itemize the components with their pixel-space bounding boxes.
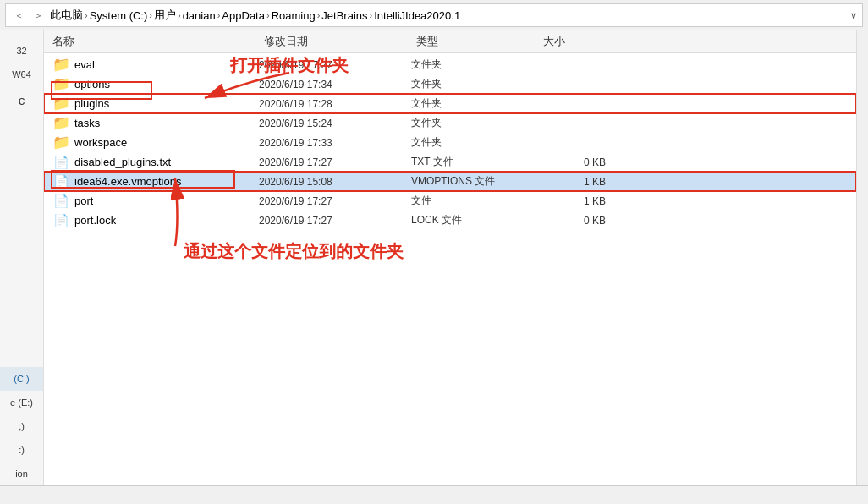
file-type-cell: 文件夹: [411, 135, 538, 150]
sidebar-item-smiley[interactable]: ;): [0, 414, 43, 438]
sep-3: ›: [178, 10, 181, 20]
col-header-size[interactable]: 大小: [543, 34, 611, 49]
main-area: 32 W64 є (C:) е (E:) ;) :) ion 名称 修改日期 类…: [0, 30, 868, 485]
table-row[interactable]: 📄port.lock2020/6/19 17:27LOCK 文件0 KB: [44, 211, 856, 230]
sep-1: ›: [85, 10, 88, 20]
folder-icon: 📁: [52, 58, 69, 72]
file-name-cell: 📄disabled_plugins.txt: [52, 156, 259, 169]
file-date-cell: 2020/6/19 17:34: [259, 79, 411, 90]
file-name-cell: 📁tasks: [52, 117, 259, 130]
file-icon: 📄: [52, 175, 69, 189]
table-row[interactable]: 📁plugins2020/6/19 17:28文件夹: [44, 94, 856, 113]
file-name-text: idea64.exe.vmoptions: [74, 175, 181, 188]
col-header-name[interactable]: 名称: [52, 34, 264, 49]
file-type-cell: LOCK 文件: [411, 213, 538, 227]
address-dropdown-button[interactable]: ∨: [850, 10, 857, 21]
sep-5: ›: [266, 10, 270, 20]
file-size-cell: 1 KB: [538, 176, 606, 188]
address-bar[interactable]: ＜ ＞ 此电脑 › System (C:) › 用户 › danian › Ap…: [5, 3, 863, 27]
sep-6: ›: [317, 10, 321, 20]
file-name-text: tasks: [74, 117, 100, 129]
sidebar-item-ion[interactable]: ion: [0, 462, 43, 485]
file-name-text: eval: [74, 58, 95, 71]
sidebar: 32 W64 є (C:) е (E:) ;) :) ion: [0, 30, 44, 485]
scrollbar-right[interactable]: [856, 30, 868, 485]
file-type-cell: 文件夹: [411, 58, 538, 72]
file-type-cell: 文件夹: [411, 77, 538, 91]
path-drive[interactable]: System (C:): [90, 9, 148, 22]
sidebar-spacer: [0, 114, 43, 367]
nav-back-button[interactable]: ＜: [11, 8, 27, 24]
file-icon: 📄: [52, 156, 69, 169]
file-type-cell: 文件夹: [411, 96, 538, 111]
path-appdata[interactable]: AppData: [222, 9, 265, 22]
path-computer[interactable]: 此电脑: [50, 8, 83, 23]
file-date-cell: 2020/6/19 15:24: [259, 118, 411, 129]
file-name-text: plugins: [74, 97, 109, 110]
table-row[interactable]: 📄idea64.exe.vmoptions2020/6/19 15:08VMOP…: [44, 172, 856, 191]
sidebar-item-32[interactable]: 32: [0, 39, 43, 63]
file-date-cell: 2020/6/19 17:33: [259, 137, 411, 149]
table-row[interactable]: 📁options2020/6/19 17:34文件夹: [44, 74, 856, 94]
file-name-cell: 📁options: [52, 78, 259, 91]
file-name-cell: 📄idea64.exe.vmoptions: [52, 175, 259, 189]
file-date-cell: 2020/6/19 17:28: [259, 98, 411, 110]
table-row[interactable]: 📄port2020/6/19 17:27文件1 KB: [44, 191, 856, 211]
sep-4: ›: [217, 10, 221, 20]
file-name-cell: 📁workspace: [52, 136, 259, 150]
file-name-text: port.lock: [74, 214, 116, 227]
file-name-text: workspace: [74, 136, 127, 149]
file-date-cell: 2020/6/19 15:08: [259, 176, 411, 188]
file-name-cell: 📄port.lock: [52, 214, 259, 227]
path-roaming[interactable]: Roaming: [272, 9, 316, 22]
address-path[interactable]: 此电脑 › System (C:) › 用户 › danian › AppDat…: [50, 8, 847, 23]
path-jetbrains[interactable]: JetBrains: [321, 9, 367, 22]
path-idea[interactable]: IntelliJIdea2020.1: [374, 9, 460, 22]
file-date-cell: 2020/6/19 17:27: [259, 156, 411, 168]
status-bar: [0, 485, 868, 504]
folder-icon: 📁: [52, 78, 69, 91]
sidebar-item-e2[interactable]: е (E:): [0, 391, 43, 414]
file-name-cell: 📄port: [52, 194, 259, 208]
sep-2: ›: [149, 10, 152, 20]
column-headers: 名称 修改日期 类型 大小: [44, 30, 856, 53]
file-type-cell: 文件夹: [411, 116, 538, 130]
path-users[interactable]: 用户: [154, 8, 176, 23]
table-row[interactable]: 📄disabled_plugins.txt2020/6/19 17:27TXT …: [44, 152, 856, 172]
file-date-cell: 2020/6/19 17:27: [259, 215, 411, 227]
folder-icon: 📁: [52, 136, 69, 150]
sidebar-item-smiley2[interactable]: :): [0, 438, 43, 462]
file-name-cell: 📁eval: [52, 58, 259, 72]
file-date-cell: 2020/6/19 17:27: [259, 195, 411, 207]
file-name-text: options: [74, 78, 110, 90]
col-header-date[interactable]: 修改日期: [264, 34, 416, 49]
file-name-cell: 📁plugins: [52, 97, 259, 111]
sidebar-item-e[interactable]: є: [0, 86, 43, 114]
folder-icon: 📁: [52, 117, 69, 130]
file-type-cell: VMOPTIONS 文件: [411, 174, 538, 189]
file-icon: 📄: [52, 214, 69, 227]
file-name-text: disabled_plugins.txt: [74, 156, 171, 168]
file-icon: 📄: [52, 194, 69, 208]
table-row[interactable]: 📁workspace2020/6/19 17:33文件夹: [44, 133, 856, 152]
file-type-cell: 文件: [411, 194, 538, 208]
sidebar-item-c[interactable]: (C:): [0, 367, 43, 391]
file-type-cell: TXT 文件: [411, 155, 538, 169]
file-size-cell: 1 KB: [538, 195, 606, 207]
file-size-cell: 0 KB: [538, 215, 606, 227]
file-size-cell: 0 KB: [538, 156, 606, 168]
file-rows: 📁eval2020/6/19 17:27文件夹📁options2020/6/19…: [44, 53, 856, 485]
file-date-cell: 2020/6/19 17:27: [259, 59, 411, 71]
col-header-type[interactable]: 类型: [416, 34, 543, 49]
nav-forward-button[interactable]: ＞: [30, 8, 47, 24]
folder-icon: 📁: [52, 97, 69, 111]
table-row[interactable]: 📁eval2020/6/19 17:27文件夹: [44, 55, 856, 74]
path-user[interactable]: danian: [183, 9, 216, 22]
table-row[interactable]: 📁tasks2020/6/19 15:24文件夹: [44, 113, 856, 133]
sidebar-item-w64[interactable]: W64: [0, 63, 43, 86]
sep-7: ›: [370, 10, 373, 20]
file-list-container: 名称 修改日期 类型 大小 📁eval2020/6/19 17:27文件夹📁op…: [44, 30, 856, 485]
file-name-text: port: [74, 194, 93, 207]
